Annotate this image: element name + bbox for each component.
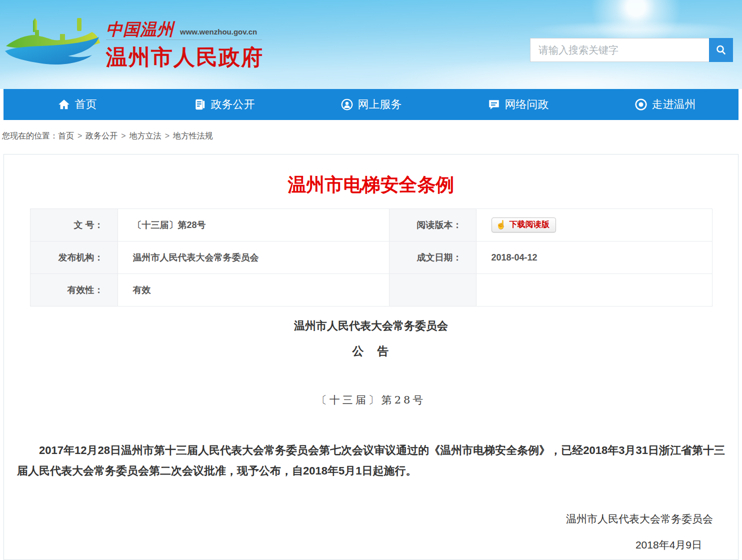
chat-icon xyxy=(488,98,500,111)
home-icon xyxy=(58,98,70,111)
breadcrumb-link-gov-affairs[interactable]: 政务公开 xyxy=(86,132,118,140)
target-icon xyxy=(634,98,648,111)
org-heading: 温州市人民代表大会常务委员会 xyxy=(4,318,738,334)
empty-value-cell xyxy=(476,274,712,306)
download-button-label: 下载阅读版 xyxy=(510,220,550,230)
online-service-icon xyxy=(340,98,354,111)
search-icon xyxy=(715,44,727,56)
breadcrumb-separator: > xyxy=(121,132,126,140)
validity-label: 有效性： xyxy=(30,274,118,306)
breadcrumb-prefix: 您现在的位置： xyxy=(2,132,58,140)
issuing-body-label: 发布机构： xyxy=(30,242,118,274)
breadcrumb-link-local-regulations[interactable]: 地方性法规 xyxy=(173,132,213,140)
doc-number-value: 〔十三届〕第28号 xyxy=(118,209,389,242)
issue-date-value: 2018-04-12 xyxy=(476,242,712,274)
breadcrumb-link-home[interactable]: 首页 xyxy=(58,132,74,140)
website-url: www.wenzhou.gov.cn xyxy=(180,28,257,38)
pointing-hand-icon: ☝ xyxy=(496,220,506,230)
nav-item-online-service[interactable]: 网上服务 xyxy=(298,89,444,120)
nav-item-label: 走进温州 xyxy=(652,97,696,112)
nav-item-label: 网上服务 xyxy=(358,97,402,112)
validity-value: 有效 xyxy=(118,274,389,306)
search-box xyxy=(530,38,733,62)
breadcrumb-separator: > xyxy=(165,132,170,140)
breadcrumb-separator: > xyxy=(78,132,82,140)
article-container: 温州市电梯安全条例 文 号： 〔十三届〕第28号 阅读版本： ☝下载阅读版 发布… xyxy=(4,154,738,560)
brand-calligraphy: 中国温州 xyxy=(106,21,174,38)
document-meta-table: 文 号： 〔十三届〕第28号 阅读版本： ☝下载阅读版 发布机构： 温州市人民代… xyxy=(30,208,712,306)
table-row: 有效性： 有效 xyxy=(30,274,712,306)
search-button[interactable] xyxy=(709,38,733,62)
nav-item-label: 政务公开 xyxy=(211,97,255,112)
announcement-paragraph: 2017年12月28日温州市第十三届人民代表大会常务委员会第七次会议审议通过的《… xyxy=(17,440,725,481)
nav-item-home[interactable]: 首页 xyxy=(4,89,150,120)
document-icon xyxy=(194,98,206,111)
doc-number-line: 〔十三届〕第28号 xyxy=(4,393,738,407)
nav-item-label: 网络问政 xyxy=(505,97,549,112)
download-read-version-button[interactable]: ☝下载阅读版 xyxy=(492,218,556,232)
issuing-body-value: 温州市人民代表大会常务委员会 xyxy=(118,242,389,274)
site-title: 温州市人民政府 xyxy=(106,43,264,72)
read-version-cell: ☝下载阅读版 xyxy=(476,209,712,242)
nav-item-gov-affairs[interactable]: 政务公开 xyxy=(150,89,298,120)
page-title: 温州市电梯安全条例 xyxy=(4,172,738,198)
breadcrumb-link-local-legislation[interactable]: 地方立法 xyxy=(130,132,162,140)
site-header: 中国温州 www.wenzhou.gov.cn 温州市人民政府 xyxy=(0,0,742,89)
signature-date: 2018年4月9日 xyxy=(4,538,738,552)
issue-date-label: 成文日期： xyxy=(389,242,476,274)
nav-item-discover-wenzhou[interactable]: 走进温州 xyxy=(592,89,738,120)
wenzhou-landscape-logo-icon xyxy=(4,15,102,71)
main-nav: 首页 政务公开 网上服务 xyxy=(4,89,738,120)
table-row: 发布机构： 温州市人民代表大会常务委员会 成文日期： 2018-04-12 xyxy=(30,242,712,274)
nav-item-label: 首页 xyxy=(75,97,97,112)
nav-item-online-politics[interactable]: 网络问政 xyxy=(444,89,592,120)
search-input[interactable] xyxy=(530,38,709,62)
announcement-heading: 公 告 xyxy=(4,344,738,359)
site-logo[interactable]: 中国温州 www.wenzhou.gov.cn 温州市人民政府 xyxy=(4,15,264,72)
read-version-label: 阅读版本： xyxy=(389,209,476,242)
signature: 温州市人民代表大会常务委员会 xyxy=(4,512,738,526)
empty-label-cell xyxy=(389,274,476,306)
table-row: 文 号： 〔十三届〕第28号 阅读版本： ☝下载阅读版 xyxy=(30,209,712,242)
breadcrumb: 您现在的位置：首页>政务公开>地方立法>地方性法规 xyxy=(0,120,742,154)
doc-number-label: 文 号： xyxy=(30,209,118,242)
